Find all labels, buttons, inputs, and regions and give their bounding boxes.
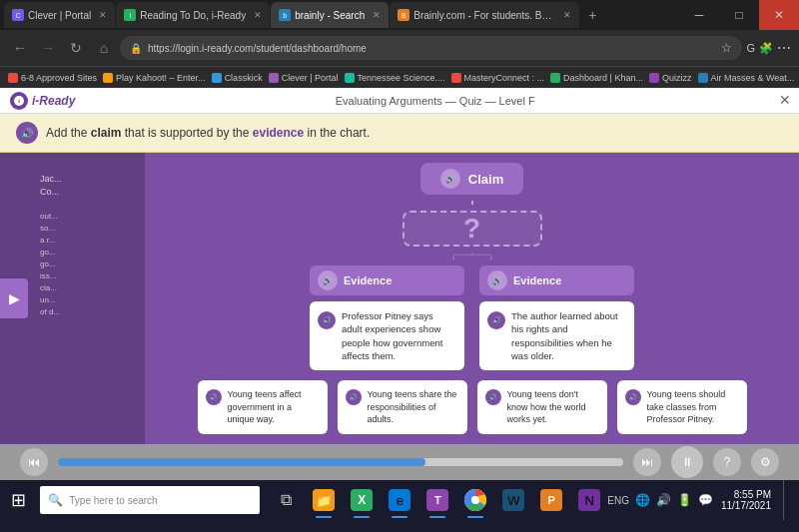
tab-brainly2[interactable]: B Brainly.com - For students. By st... ✕ — [390, 2, 579, 28]
answer-card-4[interactable]: 🔊 Young teens should take classes from P… — [617, 380, 747, 434]
navigation-bar: ← → ↻ ⌂ 🔒 https://login.i-ready.com/stud… — [0, 30, 799, 66]
new-tab-button[interactable]: + — [580, 3, 604, 27]
tab-label-brainly: brainly - Search — [295, 10, 365, 21]
diagram-area: 🔊 Claim ? — [145, 153, 799, 444]
pause-button[interactable]: ⏸ — [671, 446, 703, 478]
evidence-text-1: Professor Pitney says adult experiences … — [342, 309, 456, 362]
back-button[interactable]: ← — [8, 36, 32, 60]
answer-text-2: Young teens share the responsibilities o… — [368, 388, 459, 426]
evidence-sound-btn-2[interactable]: 🔊 — [487, 270, 507, 290]
taskbar-file-explorer[interactable]: 📁 — [306, 480, 342, 520]
bookmark-mastery[interactable]: MasteryConnect : ... — [451, 73, 545, 83]
tab-favicon-brainly: b — [279, 9, 291, 21]
bookmark-clever[interactable]: Clever | Portal — [269, 73, 339, 83]
powerpoint-icon: P — [540, 489, 562, 511]
tab-close-brainly[interactable]: ✕ — [373, 10, 381, 20]
svg-marker-3 — [452, 259, 454, 260]
bookmark-star-icon[interactable]: ☆ — [721, 41, 732, 55]
answer-sound-btn-2[interactable]: 🔊 — [346, 389, 362, 405]
puzzle-icon[interactable]: 🧩 — [759, 42, 773, 55]
bookmark-favicon-approved — [8, 73, 18, 83]
tab-brainly[interactable]: b brainly - Search ✕ — [271, 2, 389, 28]
bookmark-dashboard[interactable]: Dashboard | Khan... — [550, 73, 643, 83]
play-icon: ▶ — [9, 290, 20, 306]
fast-forward-button[interactable]: ⏭ — [633, 448, 661, 476]
answer-text-4: Young teens should take classes from Pro… — [647, 388, 739, 426]
forward-button[interactable]: → — [36, 36, 60, 60]
bookmark-air-masses[interactable]: Air Masses & Weat... — [698, 73, 795, 83]
tab-iready[interactable]: i Reading To Do, i-Ready ✕ — [116, 2, 270, 28]
taskbar-system-icons: ENG 🌐 🔊 🔋 💬 — [607, 493, 713, 507]
show-desktop-button[interactable] — [783, 480, 791, 520]
network-icon[interactable]: 🌐 — [635, 493, 650, 507]
taskbar-teams-app[interactable]: T — [419, 480, 455, 520]
claim-speaker-icon: 🔊 — [445, 175, 455, 184]
maximize-button[interactable]: □ — [719, 0, 759, 30]
bookmark-kahoot[interactable]: Play Kahoot! – Enter... — [103, 73, 206, 83]
minimize-button[interactable]: ─ — [679, 0, 719, 30]
volume-icon[interactable]: 🔊 — [656, 493, 671, 507]
bookmark-bar: 6-8 Approved Sites Play Kahoot! – Enter.… — [0, 66, 799, 88]
tab-close-brainly2[interactable]: ✕ — [563, 10, 571, 20]
answer-options-row: 🔊 Young teens affect government in a uni… — [198, 380, 747, 434]
taskbar-apps-area: ⧉ 📁 X e T — [268, 480, 607, 520]
bookmark-label-tennessee: Tennessee Science.... — [358, 73, 445, 83]
sidebar-line1: Jac... — [40, 173, 135, 186]
taskbar-onenote-app[interactable]: N — [571, 480, 607, 520]
windows-icon: ⊞ — [11, 489, 26, 511]
bookmark-tennessee[interactable]: Tennessee Science.... — [345, 73, 445, 83]
bookmark-classkick[interactable]: Classkick — [212, 73, 263, 83]
tab-clever[interactable]: C Clever | Portal ✕ — [4, 2, 115, 28]
claim-sound-button[interactable]: 🔊 — [440, 169, 460, 189]
bookmark-label-approved: 6-8 Approved Sites — [21, 73, 97, 83]
evidence-word: evidence — [253, 126, 304, 140]
answer-sound-btn-4[interactable]: 🔊 — [625, 389, 641, 405]
taskbar-excel-app[interactable]: X — [344, 480, 380, 520]
extensions-area: G 🧩 ⋯ — [746, 40, 791, 56]
help-icon: ? — [724, 455, 731, 469]
notification-icon[interactable]: 💬 — [698, 493, 713, 507]
answer-sound-btn-3[interactable]: 🔊 — [485, 389, 501, 405]
evidence-sound-btn-1[interactable]: 🔊 — [318, 270, 338, 290]
tab-close-clever[interactable]: ✕ — [99, 10, 107, 20]
settings-button[interactable]: ⚙ — [751, 448, 779, 476]
instruction-sound-icon[interactable]: 🔊 — [16, 122, 38, 144]
more-options-icon[interactable]: ⋯ — [777, 40, 791, 56]
evidence-body-sound-btn-1[interactable]: 🔊 — [318, 311, 336, 329]
grammarly-icon[interactable]: G — [746, 42, 755, 54]
reload-button[interactable]: ↻ — [64, 36, 88, 60]
answer-text-3: Young teens don't know how the world wor… — [507, 388, 599, 426]
evidence-label-2: Evidence — [513, 274, 561, 286]
answer-card-1[interactable]: 🔊 Young teens affect government in a uni… — [198, 380, 328, 434]
modal-close-button[interactable]: ✕ — [779, 92, 791, 108]
start-button[interactable]: ⊞ — [0, 480, 36, 520]
taskbar-word-app[interactable]: W — [495, 480, 531, 520]
evidence-body-1: 🔊 Professor Pitney says adult experience… — [310, 301, 464, 370]
sidebar-play-button[interactable]: ▶ — [0, 278, 28, 318]
taskbar-edge-app[interactable]: e — [382, 480, 417, 520]
file-explorer-icon: 📁 — [313, 489, 335, 511]
bookmark-quizizz[interactable]: Quizizz — [649, 73, 692, 83]
chrome-icon — [464, 489, 486, 511]
bookmark-favicon-air-masses — [698, 73, 708, 83]
question-drop-zone[interactable]: ? — [402, 211, 542, 247]
taskbar-powerpoint-app[interactable]: P — [533, 480, 569, 520]
tab-close-iready[interactable]: ✕ — [254, 10, 262, 20]
help-button[interactable]: ? — [713, 448, 741, 476]
home-button[interactable]: ⌂ — [92, 36, 116, 60]
answer-sound-btn-1[interactable]: 🔊 — [206, 389, 222, 405]
claim-word: claim — [91, 126, 122, 140]
answer-card-2[interactable]: 🔊 Young teens share the responsibilities… — [338, 380, 467, 434]
address-bar[interactable]: 🔒 https://login.i-ready.com/student/dash… — [120, 36, 742, 60]
taskbar-task-view[interactable]: ⧉ — [268, 480, 304, 520]
taskbar-search[interactable]: 🔍 Type here to search — [40, 486, 260, 514]
instruction-bar: 🔊 Add the claim that is supported by the… — [0, 114, 799, 153]
bookmark-approved-sites[interactable]: 6-8 Approved Sites — [8, 73, 97, 83]
taskbar-chrome-app[interactable] — [457, 480, 493, 520]
answer-card-3[interactable]: 🔊 Young teens don't know how the world w… — [477, 380, 607, 434]
evidence-body-sound-btn-2[interactable]: 🔊 — [487, 311, 505, 329]
battery-icon[interactable]: 🔋 — [677, 493, 692, 507]
answer-speaker-icon-2: 🔊 — [350, 393, 357, 401]
close-window-button[interactable]: ✕ — [759, 0, 799, 30]
rewind-button[interactable]: ⏮ — [20, 448, 48, 476]
